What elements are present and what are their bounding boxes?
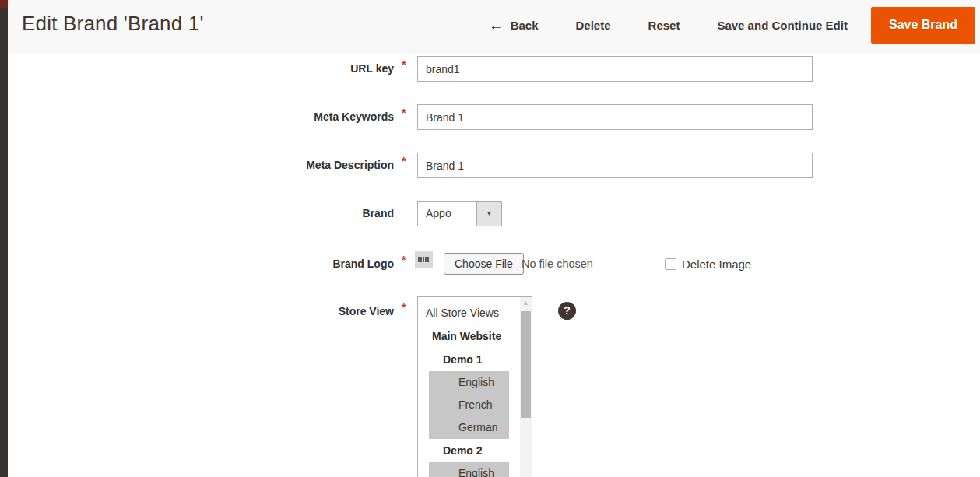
admin-logo-notch — [0, 0, 8, 8]
store-view-option[interactable]: Demo 2 — [418, 439, 520, 462]
store-view-option-selected[interactable]: French — [429, 394, 509, 416]
store-view-options: All Store Views Main Website Demo 1 Engl… — [418, 297, 520, 477]
required-asterisk: * — [402, 301, 406, 314]
scrollbar-thumb[interactable] — [521, 311, 531, 418]
brand-select-value: Appo — [426, 202, 451, 226]
url-key-input[interactable] — [417, 56, 813, 82]
back-arrow-icon: ← — [489, 18, 504, 33]
page-actions-toolbar: ← Back Delete Reset Save and Continue Ed… — [470, 0, 975, 50]
required-asterisk: * — [402, 107, 406, 119]
store-view-option-selected[interactable]: German — [429, 416, 509, 439]
edit-brand-form: URL key * Meta Keywords * Meta Descripti… — [8, 55, 980, 477]
brand-select[interactable]: Appo ▼ — [417, 201, 502, 226]
store-view-option-selected[interactable]: English — [429, 462, 509, 477]
store-view-option[interactable]: All Store Views — [418, 302, 520, 324]
page-header: Edit Brand 'Brand 1' ← Back Delete Reset… — [8, 0, 980, 54]
chevron-down-icon[interactable]: ▼ — [476, 202, 501, 226]
store-view-option-selected[interactable]: English — [429, 371, 509, 394]
brand-logo-thumbnail — [415, 251, 433, 268]
delete-image-label[interactable]: Delete Image — [682, 258, 751, 271]
admin-sidebar-strip[interactable] — [0, 0, 8, 477]
file-chosen-status: No file chosen — [522, 253, 593, 275]
store-view-selected-group: English French German — [429, 371, 509, 439]
delete-image-checkbox[interactable] — [665, 258, 676, 270]
store-view-label: Store View — [8, 299, 394, 324]
brand-logo-label: Brand Logo — [8, 251, 394, 277]
brand-label: Brand — [8, 201, 394, 226]
save-and-continue-button[interactable]: Save and Continue Edit — [698, 19, 866, 32]
meta-description-label: Meta Description — [8, 153, 394, 178]
required-asterisk: * — [402, 155, 406, 167]
required-asterisk: * — [402, 254, 406, 266]
store-view-selected-group: English — [429, 462, 509, 477]
meta-keywords-input[interactable] — [417, 104, 813, 130]
meta-keywords-label: Meta Keywords — [8, 104, 394, 130]
reset-button[interactable]: Reset — [630, 19, 699, 32]
required-asterisk: * — [402, 58, 406, 71]
meta-description-input[interactable] — [417, 153, 813, 178]
back-button-label: Back — [511, 19, 539, 32]
store-view-option[interactable]: Main Website — [418, 324, 520, 348]
delete-button[interactable]: Delete — [557, 19, 630, 32]
page-title: Edit Brand 'Brand 1' — [22, 12, 204, 36]
store-view-multiselect[interactable]: All Store Views Main Website Demo 1 Engl… — [417, 296, 532, 477]
choose-file-button[interactable]: Choose File — [444, 253, 524, 275]
url-key-label: URL key — [8, 56, 394, 82]
back-button[interactable]: ← Back — [470, 18, 557, 33]
save-brand-button[interactable]: Save Brand — [871, 7, 975, 44]
store-view-option[interactable]: Demo 1 — [418, 348, 520, 371]
help-icon[interactable]: ? — [558, 302, 576, 320]
multiselect-scrollbar[interactable]: ▲ — [520, 297, 532, 477]
magento-admin-edit-brand-screen: Edit Brand 'Brand 1' ← Back Delete Reset… — [0, 0, 980, 477]
scroll-up-icon[interactable]: ▲ — [520, 297, 532, 309]
